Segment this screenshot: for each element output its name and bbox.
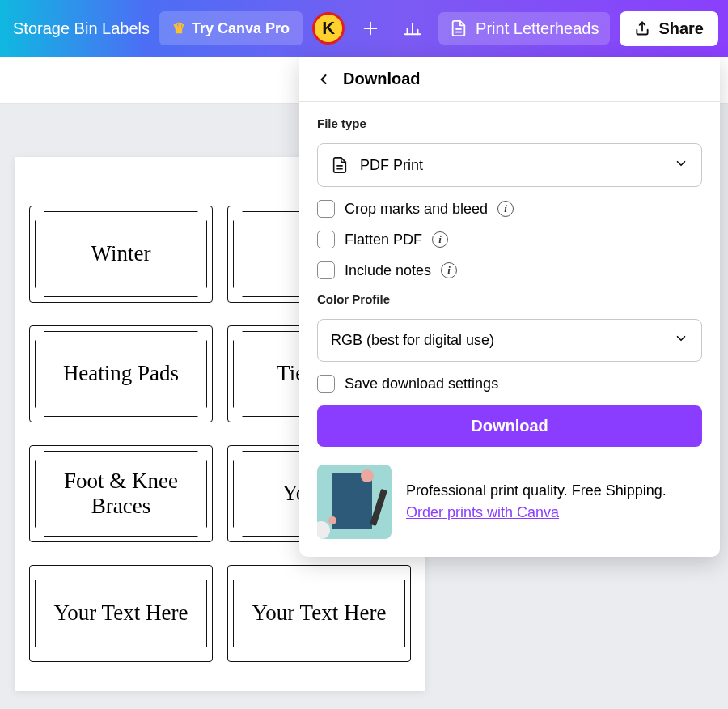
- share-label: Share: [658, 19, 704, 38]
- save-settings-checkbox[interactable]: [317, 375, 335, 393]
- plus-icon: [362, 19, 379, 37]
- avatar[interactable]: K: [312, 12, 345, 45]
- save-settings-option: Save download settings: [317, 375, 702, 393]
- try-canva-pro-button[interactable]: ♛ Try Canva Pro: [159, 11, 303, 45]
- label-cell[interactable]: Heating Pads: [29, 325, 213, 422]
- file-type-label: File type: [317, 117, 702, 130]
- file-pdf-icon: [331, 155, 349, 175]
- label-cell[interactable]: Your Text Here: [29, 565, 213, 662]
- panel-body: File type PDF Print Crop marks and bleed…: [299, 102, 720, 557]
- order-prints-link[interactable]: Order prints with Canva: [406, 504, 559, 520]
- color-profile-value: RGB (best for digital use): [331, 332, 494, 349]
- share-button[interactable]: Share: [620, 11, 718, 46]
- document-icon: [450, 19, 468, 38]
- color-profile-select[interactable]: RGB (best for digital use): [317, 319, 702, 362]
- label-cell[interactable]: Winter: [29, 206, 213, 303]
- panel-title: Download: [343, 70, 421, 88]
- download-panel: Download File type PDF Print Crop marks …: [299, 57, 720, 557]
- promo-text-block: Professional print quality. Free Shippin…: [406, 480, 667, 524]
- crop-marks-label: Crop marks and bleed: [345, 201, 488, 218]
- top-bar: Storage Bin Labels ♛ Try Canva Pro K Pri…: [0, 0, 728, 57]
- info-icon[interactable]: i: [497, 201, 514, 217]
- save-settings-label: Save download settings: [345, 376, 498, 393]
- print-letterheads-button[interactable]: Print Letterheads: [438, 12, 610, 45]
- promo-thumbnail: [317, 465, 392, 539]
- chevron-down-icon: [674, 331, 688, 350]
- include-notes-label: Include notes: [345, 262, 431, 279]
- label-text[interactable]: Foot & Knee Braces: [35, 451, 207, 537]
- info-icon[interactable]: i: [432, 231, 448, 248]
- chevron-down-icon: [674, 156, 688, 175]
- label-text[interactable]: Winter: [35, 211, 207, 297]
- print-promo: Professional print quality. Free Shippin…: [317, 460, 702, 539]
- document-title[interactable]: Storage Bin Labels: [10, 19, 150, 38]
- crop-marks-option: Crop marks and bleed i: [317, 200, 702, 218]
- analytics-button[interactable]: [396, 12, 429, 45]
- promo-text: Professional print quality. Free Shippin…: [406, 480, 667, 502]
- try-pro-label: Try Canva Pro: [192, 20, 290, 37]
- crown-icon: ♛: [172, 19, 185, 37]
- avatar-initial: K: [322, 18, 335, 39]
- file-type-value: PDF Print: [360, 157, 423, 174]
- chevron-left-icon: [315, 71, 332, 87]
- include-notes-checkbox[interactable]: [317, 261, 335, 279]
- label-cell[interactable]: Foot & Knee Braces: [29, 445, 213, 542]
- add-button[interactable]: [354, 12, 387, 45]
- info-icon[interactable]: i: [441, 262, 457, 278]
- print-label: Print Letterheads: [476, 19, 599, 38]
- label-cell[interactable]: Your Text Here: [227, 565, 411, 662]
- flatten-pdf-checkbox[interactable]: [317, 231, 335, 248]
- flatten-pdf-option: Flatten PDF i: [317, 231, 702, 248]
- panel-header: Download: [299, 57, 720, 102]
- bar-chart-icon: [404, 19, 421, 37]
- file-type-select[interactable]: PDF Print: [317, 143, 702, 187]
- color-profile-label: Color Profile: [317, 292, 702, 306]
- label-text[interactable]: Your Text Here: [233, 571, 405, 656]
- label-text[interactable]: Heating Pads: [35, 331, 207, 417]
- upload-icon: [634, 20, 650, 36]
- crop-marks-checkbox[interactable]: [317, 200, 335, 218]
- back-button[interactable]: [315, 71, 332, 87]
- label-text[interactable]: Your Text Here: [35, 571, 207, 656]
- download-button[interactable]: Download: [317, 405, 702, 447]
- flatten-pdf-label: Flatten PDF: [345, 231, 422, 248]
- include-notes-option: Include notes i: [317, 261, 702, 279]
